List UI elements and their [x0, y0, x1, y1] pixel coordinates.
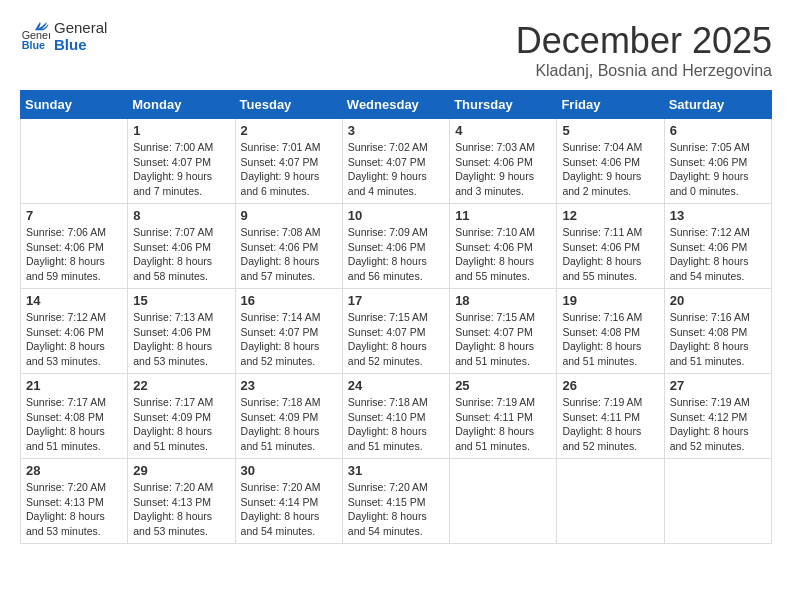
- calendar-cell: 8Sunrise: 7:07 AMSunset: 4:06 PMDaylight…: [128, 204, 235, 289]
- calendar-week-row-3: 14Sunrise: 7:12 AMSunset: 4:06 PMDayligh…: [21, 289, 772, 374]
- day-number: 24: [348, 378, 444, 393]
- calendar-cell: 1Sunrise: 7:00 AMSunset: 4:07 PMDaylight…: [128, 119, 235, 204]
- day-number: 3: [348, 123, 444, 138]
- calendar-header-row: SundayMondayTuesdayWednesdayThursdayFrid…: [21, 91, 772, 119]
- cell-content: Sunrise: 7:06 AMSunset: 4:06 PMDaylight:…: [26, 225, 122, 284]
- cell-content: Sunrise: 7:20 AMSunset: 4:14 PMDaylight:…: [241, 480, 337, 539]
- calendar-cell: 13Sunrise: 7:12 AMSunset: 4:06 PMDayligh…: [664, 204, 771, 289]
- day-number: 25: [455, 378, 551, 393]
- cell-content: Sunrise: 7:18 AMSunset: 4:09 PMDaylight:…: [241, 395, 337, 454]
- day-number: 11: [455, 208, 551, 223]
- calendar-week-row-1: 1Sunrise: 7:00 AMSunset: 4:07 PMDaylight…: [21, 119, 772, 204]
- day-number: 10: [348, 208, 444, 223]
- cell-content: Sunrise: 7:02 AMSunset: 4:07 PMDaylight:…: [348, 140, 444, 199]
- calendar-cell: 14Sunrise: 7:12 AMSunset: 4:06 PMDayligh…: [21, 289, 128, 374]
- calendar-header-wednesday: Wednesday: [342, 91, 449, 119]
- cell-content: Sunrise: 7:10 AMSunset: 4:06 PMDaylight:…: [455, 225, 551, 284]
- day-number: 7: [26, 208, 122, 223]
- calendar-cell: 23Sunrise: 7:18 AMSunset: 4:09 PMDayligh…: [235, 374, 342, 459]
- day-number: 19: [562, 293, 658, 308]
- cell-content: Sunrise: 7:12 AMSunset: 4:06 PMDaylight:…: [26, 310, 122, 369]
- calendar-table: SundayMondayTuesdayWednesdayThursdayFrid…: [20, 90, 772, 544]
- calendar-cell: [450, 459, 557, 544]
- cell-content: Sunrise: 7:07 AMSunset: 4:06 PMDaylight:…: [133, 225, 229, 284]
- day-number: 9: [241, 208, 337, 223]
- day-number: 29: [133, 463, 229, 478]
- day-number: 6: [670, 123, 766, 138]
- day-number: 13: [670, 208, 766, 223]
- day-number: 21: [26, 378, 122, 393]
- cell-content: Sunrise: 7:00 AMSunset: 4:07 PMDaylight:…: [133, 140, 229, 199]
- day-number: 1: [133, 123, 229, 138]
- calendar-cell: 21Sunrise: 7:17 AMSunset: 4:08 PMDayligh…: [21, 374, 128, 459]
- cell-content: Sunrise: 7:09 AMSunset: 4:06 PMDaylight:…: [348, 225, 444, 284]
- cell-content: Sunrise: 7:16 AMSunset: 4:08 PMDaylight:…: [670, 310, 766, 369]
- calendar-header-thursday: Thursday: [450, 91, 557, 119]
- calendar-cell: 11Sunrise: 7:10 AMSunset: 4:06 PMDayligh…: [450, 204, 557, 289]
- svg-text:Blue: Blue: [22, 38, 45, 50]
- day-number: 28: [26, 463, 122, 478]
- cell-content: Sunrise: 7:11 AMSunset: 4:06 PMDaylight:…: [562, 225, 658, 284]
- day-number: 5: [562, 123, 658, 138]
- day-number: 26: [562, 378, 658, 393]
- calendar-week-row-2: 7Sunrise: 7:06 AMSunset: 4:06 PMDaylight…: [21, 204, 772, 289]
- calendar-cell: 17Sunrise: 7:15 AMSunset: 4:07 PMDayligh…: [342, 289, 449, 374]
- calendar-header-sunday: Sunday: [21, 91, 128, 119]
- day-number: 17: [348, 293, 444, 308]
- cell-content: Sunrise: 7:05 AMSunset: 4:06 PMDaylight:…: [670, 140, 766, 199]
- day-number: 18: [455, 293, 551, 308]
- calendar-cell: 4Sunrise: 7:03 AMSunset: 4:06 PMDaylight…: [450, 119, 557, 204]
- calendar-cell: [21, 119, 128, 204]
- calendar-header-monday: Monday: [128, 91, 235, 119]
- day-number: 27: [670, 378, 766, 393]
- calendar-header-friday: Friday: [557, 91, 664, 119]
- day-number: 14: [26, 293, 122, 308]
- cell-content: Sunrise: 7:19 AMSunset: 4:11 PMDaylight:…: [455, 395, 551, 454]
- cell-content: Sunrise: 7:18 AMSunset: 4:10 PMDaylight:…: [348, 395, 444, 454]
- title-block: December 2025 Kladanj, Bosnia and Herzeg…: [516, 20, 772, 80]
- cell-content: Sunrise: 7:04 AMSunset: 4:06 PMDaylight:…: [562, 140, 658, 199]
- cell-content: Sunrise: 7:19 AMSunset: 4:11 PMDaylight:…: [562, 395, 658, 454]
- day-number: 15: [133, 293, 229, 308]
- calendar-cell: 5Sunrise: 7:04 AMSunset: 4:06 PMDaylight…: [557, 119, 664, 204]
- calendar-cell: 31Sunrise: 7:20 AMSunset: 4:15 PMDayligh…: [342, 459, 449, 544]
- month-title: December 2025: [516, 20, 772, 62]
- cell-content: Sunrise: 7:12 AMSunset: 4:06 PMDaylight:…: [670, 225, 766, 284]
- page-header: General Blue General Blue December 2025 …: [20, 20, 772, 80]
- calendar-cell: 29Sunrise: 7:20 AMSunset: 4:13 PMDayligh…: [128, 459, 235, 544]
- calendar-cell: [664, 459, 771, 544]
- day-number: 16: [241, 293, 337, 308]
- cell-content: Sunrise: 7:17 AMSunset: 4:08 PMDaylight:…: [26, 395, 122, 454]
- cell-content: Sunrise: 7:20 AMSunset: 4:13 PMDaylight:…: [26, 480, 122, 539]
- calendar-week-row-5: 28Sunrise: 7:20 AMSunset: 4:13 PMDayligh…: [21, 459, 772, 544]
- calendar-cell: 12Sunrise: 7:11 AMSunset: 4:06 PMDayligh…: [557, 204, 664, 289]
- calendar-cell: 2Sunrise: 7:01 AMSunset: 4:07 PMDaylight…: [235, 119, 342, 204]
- calendar-cell: 7Sunrise: 7:06 AMSunset: 4:06 PMDaylight…: [21, 204, 128, 289]
- cell-content: Sunrise: 7:08 AMSunset: 4:06 PMDaylight:…: [241, 225, 337, 284]
- cell-content: Sunrise: 7:20 AMSunset: 4:13 PMDaylight:…: [133, 480, 229, 539]
- calendar-cell: 24Sunrise: 7:18 AMSunset: 4:10 PMDayligh…: [342, 374, 449, 459]
- cell-content: Sunrise: 7:20 AMSunset: 4:15 PMDaylight:…: [348, 480, 444, 539]
- day-number: 2: [241, 123, 337, 138]
- day-number: 22: [133, 378, 229, 393]
- calendar-cell: 27Sunrise: 7:19 AMSunset: 4:12 PMDayligh…: [664, 374, 771, 459]
- day-number: 4: [455, 123, 551, 138]
- calendar-cell: 19Sunrise: 7:16 AMSunset: 4:08 PMDayligh…: [557, 289, 664, 374]
- calendar-cell: 30Sunrise: 7:20 AMSunset: 4:14 PMDayligh…: [235, 459, 342, 544]
- logo-icon: General Blue: [20, 22, 50, 52]
- cell-content: Sunrise: 7:17 AMSunset: 4:09 PMDaylight:…: [133, 395, 229, 454]
- calendar-cell: 15Sunrise: 7:13 AMSunset: 4:06 PMDayligh…: [128, 289, 235, 374]
- location: Kladanj, Bosnia and Herzegovina: [516, 62, 772, 80]
- calendar-cell: 6Sunrise: 7:05 AMSunset: 4:06 PMDaylight…: [664, 119, 771, 204]
- logo-blue-text: Blue: [54, 37, 107, 54]
- cell-content: Sunrise: 7:16 AMSunset: 4:08 PMDaylight:…: [562, 310, 658, 369]
- cell-content: Sunrise: 7:03 AMSunset: 4:06 PMDaylight:…: [455, 140, 551, 199]
- logo: General Blue General Blue: [20, 20, 107, 53]
- calendar-cell: 3Sunrise: 7:02 AMSunset: 4:07 PMDaylight…: [342, 119, 449, 204]
- logo-general-text: General: [54, 20, 107, 37]
- calendar-week-row-4: 21Sunrise: 7:17 AMSunset: 4:08 PMDayligh…: [21, 374, 772, 459]
- calendar-header-saturday: Saturday: [664, 91, 771, 119]
- calendar-cell: 25Sunrise: 7:19 AMSunset: 4:11 PMDayligh…: [450, 374, 557, 459]
- cell-content: Sunrise: 7:15 AMSunset: 4:07 PMDaylight:…: [455, 310, 551, 369]
- cell-content: Sunrise: 7:19 AMSunset: 4:12 PMDaylight:…: [670, 395, 766, 454]
